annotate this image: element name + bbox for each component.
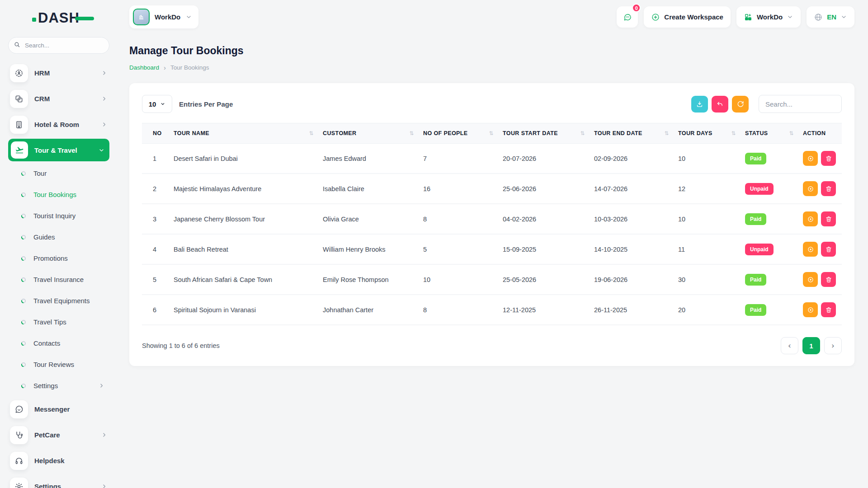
column-customer[interactable]: CUSTOMER⇅ xyxy=(318,123,419,144)
cell-start-date: 25-06-2026 xyxy=(498,174,590,204)
cell-people: 8 xyxy=(419,295,498,325)
sidebar-item-petcare[interactable]: PetCare xyxy=(8,422,109,448)
view-booking-button[interactable] xyxy=(803,272,818,287)
sidebar: DASH HRM CRM Hotel & Room Tour & Travel xyxy=(0,0,116,488)
cell-tour-name: South African Safari & Cape Town xyxy=(169,264,318,295)
view-booking-button[interactable] xyxy=(803,181,818,196)
view-booking-button[interactable] xyxy=(803,302,818,317)
row-actions xyxy=(803,151,837,166)
column-tour-days[interactable]: TOUR DAYS⇅ xyxy=(674,123,741,144)
sidebar-subitem-guides[interactable]: Guides xyxy=(8,226,109,248)
chevron-right-icon xyxy=(101,95,108,102)
view-booking-button[interactable] xyxy=(803,211,818,226)
column-action: ACTION xyxy=(798,123,842,144)
sidebar-subitem-tour[interactable]: Tour xyxy=(8,163,109,184)
cell-end-date: 14-07-2026 xyxy=(590,174,674,204)
cell-tour-name: Majestic Himalayas Adventure xyxy=(169,174,318,204)
sidebar-subitem-settings[interactable]: Settings xyxy=(8,375,109,396)
sidebar-item-crm[interactable]: CRM xyxy=(8,86,109,112)
sort-icon: ⇅ xyxy=(580,130,585,136)
delete-booking-button[interactable] xyxy=(821,181,836,196)
sidebar-subitem-tour-reviews[interactable]: Tour Reviews xyxy=(8,354,109,375)
table-search-input[interactable] xyxy=(759,95,842,113)
sort-icon: ⇅ xyxy=(789,130,794,136)
entries-per-page-select[interactable]: 10 xyxy=(142,95,172,113)
sidebar-item-messenger[interactable]: Messenger xyxy=(8,396,109,422)
delete-booking-button[interactable] xyxy=(821,151,836,166)
cell-days: 11 xyxy=(674,234,741,264)
sort-icon: ⇅ xyxy=(410,130,414,136)
table-row: 5 South African Safari & Cape Town Emily… xyxy=(142,264,842,295)
column-no-of-people[interactable]: NO OF PEOPLE⇅ xyxy=(419,123,498,144)
workspace-switcher[interactable]: WorkDo xyxy=(129,5,198,28)
sidebar-item-settings[interactable]: Settings xyxy=(8,474,109,488)
sidebar-item-hotel-room[interactable]: Hotel & Room xyxy=(8,112,109,137)
sidebar-search-input[interactable] xyxy=(8,37,109,54)
delete-booking-button[interactable] xyxy=(821,272,836,287)
trash-icon xyxy=(825,276,832,283)
export-button[interactable] xyxy=(691,96,708,113)
status-badge: Paid xyxy=(745,153,766,164)
status-badge: Paid xyxy=(745,213,766,225)
apps-menu-button[interactable]: WorkDo xyxy=(736,6,801,28)
crm-icon xyxy=(10,90,28,108)
column-status[interactable]: STATUS⇅ xyxy=(741,123,798,144)
sidebar-subitem-travel-tips[interactable]: Travel Tips xyxy=(8,311,109,333)
plus-circle-icon xyxy=(651,13,660,22)
bullet-icon xyxy=(21,362,26,367)
status-badge: Paid xyxy=(745,274,766,286)
eye-icon xyxy=(807,306,814,314)
breadcrumb-dashboard-link[interactable]: Dashboard xyxy=(129,64,159,71)
pagination-prev-button[interactable]: ‹ xyxy=(781,337,798,354)
status-badge: Unpaid xyxy=(745,244,774,255)
cell-tour-name: Spiritual Sojourn in Varanasi xyxy=(169,295,318,325)
refresh-button[interactable] xyxy=(732,96,749,113)
bullet-icon xyxy=(21,213,26,219)
sidebar-subitem-promotions[interactable]: Promotions xyxy=(8,248,109,269)
delete-booking-button[interactable] xyxy=(821,211,836,226)
messages-button[interactable]: 0 xyxy=(617,6,638,28)
column-header-label: ACTION xyxy=(803,130,826,136)
subitem-label: Promotions xyxy=(33,254,68,262)
cell-no: 6 xyxy=(142,295,169,325)
column-tour-name[interactable]: TOUR NAME⇅ xyxy=(169,123,318,144)
sidebar-subitem-travel-equipments[interactable]: Travel Equipments xyxy=(8,290,109,311)
column-tour-start-date[interactable]: TOUR START DATE⇅ xyxy=(498,123,590,144)
brand-logo[interactable]: DASH xyxy=(38,10,80,26)
cell-start-date: 04-02-2026 xyxy=(498,204,590,234)
cell-start-date: 12-11-2025 xyxy=(498,295,590,325)
topbar-actions: 0 Create Workspace WorkDo EN xyxy=(617,6,854,28)
pagination-next-button[interactable]: › xyxy=(824,337,842,354)
chevron-right-glyph: › xyxy=(831,341,835,350)
sidebar-item-hrm[interactable]: HRM xyxy=(8,60,109,86)
sidebar-item-helpdesk[interactable]: Helpdesk xyxy=(8,448,109,474)
sidebar-subitem-tourist-inquiry[interactable]: Tourist Inquiry xyxy=(8,205,109,226)
sidebar-subitem-contacts[interactable]: Contacts xyxy=(8,333,109,354)
column-tour-end-date[interactable]: TOUR END DATE⇅ xyxy=(590,123,674,144)
reset-button[interactable] xyxy=(712,96,728,113)
sort-icon: ⇅ xyxy=(309,130,314,136)
bullet-icon xyxy=(21,298,26,304)
view-booking-button[interactable] xyxy=(803,242,818,257)
cell-end-date: 19-06-2026 xyxy=(590,264,674,295)
column-header-label: CUSTOMER xyxy=(323,130,357,136)
sidebar-subitem-travel-insurance[interactable]: Travel Insurance xyxy=(8,269,109,290)
sidebar-item-label: Hotel & Room xyxy=(34,121,94,128)
cell-no: 5 xyxy=(142,264,169,295)
sidebar-subitem-tour-bookings[interactable]: Tour Bookings xyxy=(8,184,109,205)
delete-booking-button[interactable] xyxy=(821,242,836,257)
logo-dot-accent xyxy=(32,18,36,22)
sidebar-item-tour-travel[interactable]: Tour & Travel xyxy=(8,139,109,161)
subitem-label: Tour Bookings xyxy=(33,191,76,198)
delete-booking-button[interactable] xyxy=(821,302,836,317)
app-root: DASH HRM CRM Hotel & Room Tour & Travel xyxy=(0,0,868,488)
create-workspace-button[interactable]: Create Workspace xyxy=(644,6,731,28)
subitem-label: Tour xyxy=(33,169,47,177)
download-icon xyxy=(696,100,703,108)
chevron-right-icon xyxy=(101,483,108,488)
language-button[interactable]: EN xyxy=(807,6,854,28)
trash-icon xyxy=(825,306,832,314)
view-booking-button[interactable] xyxy=(803,151,818,166)
headset-icon xyxy=(10,452,28,470)
pagination-page-1-button[interactable]: 1 xyxy=(802,337,820,354)
